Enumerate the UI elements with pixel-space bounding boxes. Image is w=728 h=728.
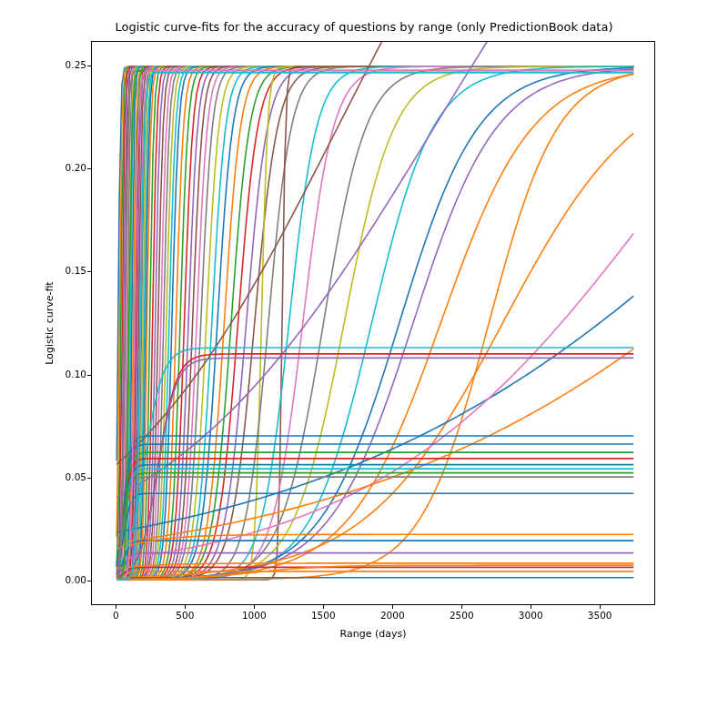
series-line bbox=[116, 66, 633, 580]
series-line bbox=[116, 66, 633, 580]
series-line bbox=[116, 66, 633, 580]
series-line bbox=[116, 493, 633, 569]
series-line bbox=[116, 66, 633, 580]
series-line bbox=[116, 66, 633, 580]
series-line bbox=[116, 66, 633, 580]
series-line bbox=[116, 66, 633, 580]
series-line bbox=[116, 66, 633, 580]
series-line bbox=[116, 0, 633, 498]
series-line bbox=[116, 66, 633, 580]
series-line bbox=[116, 66, 633, 580]
series-line bbox=[116, 66, 633, 580]
series-line bbox=[116, 66, 633, 579]
figure: Logistic curve-fits for the accuracy of … bbox=[0, 0, 728, 728]
series-line bbox=[116, 66, 633, 580]
series-line bbox=[116, 66, 633, 580]
y-axis-label: Logistic curve-fit bbox=[44, 41, 58, 605]
series-line bbox=[116, 73, 633, 580]
series-line bbox=[116, 66, 633, 580]
series-line bbox=[116, 66, 633, 580]
plot-area bbox=[91, 41, 655, 605]
y-tick-label: 0.00 bbox=[55, 574, 86, 585]
series-line bbox=[116, 66, 633, 580]
series-line bbox=[116, 66, 633, 580]
series-line bbox=[116, 66, 633, 580]
series-line bbox=[116, 69, 633, 580]
series-line bbox=[116, 66, 633, 580]
series-line bbox=[116, 71, 633, 580]
series-line bbox=[116, 71, 633, 578]
y-tick-label: 0.10 bbox=[55, 369, 86, 379]
series-line bbox=[116, 66, 633, 580]
x-tick-label: 3000 bbox=[508, 610, 553, 621]
series-line bbox=[116, 66, 633, 580]
x-tick-label: 2000 bbox=[369, 610, 415, 621]
series-line bbox=[116, 71, 633, 580]
series-line bbox=[116, 66, 633, 580]
series-line bbox=[116, 68, 633, 580]
series-line bbox=[116, 66, 633, 580]
series-line bbox=[116, 66, 633, 580]
series-line bbox=[116, 66, 633, 566]
series-line bbox=[116, 66, 633, 580]
series-line bbox=[116, 66, 633, 580]
series-line bbox=[116, 66, 633, 580]
series-line bbox=[116, 66, 633, 580]
series-line bbox=[116, 66, 633, 580]
series-line bbox=[116, 66, 633, 580]
x-tick-label: 2500 bbox=[439, 610, 484, 621]
x-tick-label: 1000 bbox=[231, 610, 277, 621]
series-line bbox=[116, 66, 633, 580]
y-tick-label: 0.15 bbox=[55, 265, 86, 276]
series-line bbox=[116, 66, 633, 580]
y-tick-label: 0.20 bbox=[55, 162, 86, 173]
series-line bbox=[116, 66, 633, 580]
series-line bbox=[116, 66, 633, 580]
series-line bbox=[116, 66, 633, 575]
series-line bbox=[116, 66, 633, 580]
series-line bbox=[116, 66, 633, 580]
chart-title: Logistic curve-fits for the accuracy of … bbox=[0, 20, 728, 34]
series-line bbox=[116, 66, 633, 580]
series-line bbox=[116, 66, 633, 580]
line-plot-svg bbox=[92, 42, 654, 604]
series-line bbox=[116, 66, 633, 580]
series-line bbox=[116, 66, 633, 580]
series-line bbox=[116, 66, 633, 537]
y-tick-label: 0.05 bbox=[55, 471, 86, 482]
series-line bbox=[116, 66, 633, 580]
x-tick-label: 0 bbox=[93, 610, 138, 621]
series-line bbox=[116, 66, 633, 580]
x-tick-label: 3500 bbox=[577, 610, 622, 621]
series-line bbox=[116, 74, 633, 580]
x-tick-label: 1500 bbox=[300, 610, 346, 621]
series-line bbox=[116, 66, 633, 580]
series-line bbox=[116, 66, 633, 580]
x-axis-label: Range (days) bbox=[91, 628, 655, 640]
y-tick-label: 0.25 bbox=[55, 59, 86, 70]
series-line bbox=[116, 66, 633, 580]
series-line bbox=[116, 74, 633, 579]
series-line bbox=[116, 66, 633, 580]
series-line bbox=[116, 66, 633, 578]
series-line bbox=[116, 66, 633, 580]
series-line bbox=[116, 296, 633, 531]
series-line bbox=[116, 66, 633, 580]
x-tick-label: 500 bbox=[162, 610, 207, 621]
